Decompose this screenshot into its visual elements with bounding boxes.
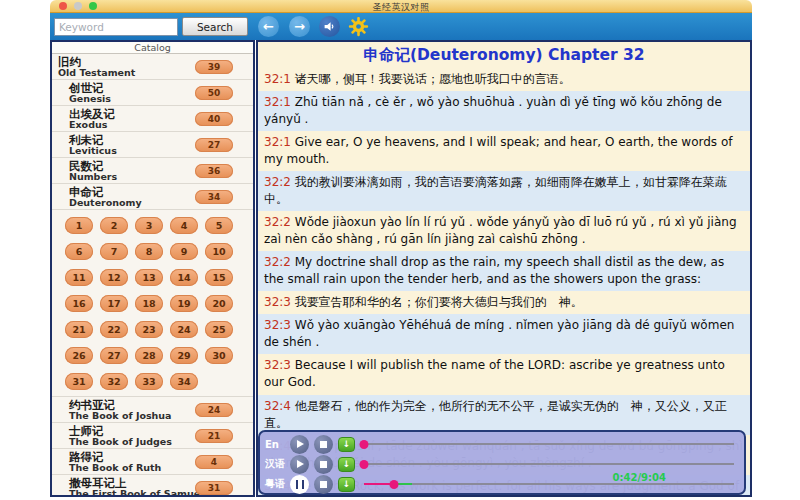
verse-ref: 32:1: [264, 95, 291, 109]
slider-thumb[interactable]: [389, 480, 398, 489]
book-name-zh: 旧约: [58, 56, 135, 68]
chapter-button[interactable]: 6: [65, 243, 93, 260]
chapter-button[interactable]: 11: [65, 269, 93, 286]
play-button[interactable]: [290, 455, 309, 474]
pause-button[interactable]: [290, 475, 309, 494]
gear-icon: [348, 16, 369, 37]
sidebar-book-item[interactable]: 士师记The Book of Judges21: [52, 423, 253, 449]
chapter-button[interactable]: 10: [205, 243, 233, 260]
player-row: 汉语↓: [260, 454, 744, 474]
sidebar-book-item[interactable]: 路得记The Book of Ruth4: [52, 449, 253, 475]
chapter-button[interactable]: 25: [205, 321, 233, 338]
chapter-button[interactable]: 23: [135, 321, 163, 338]
chapter-button[interactable]: 5: [205, 217, 233, 234]
chapter-button[interactable]: 1: [65, 217, 93, 234]
verse-row-pinyin: 32:2 Wǒde jiàoxun yào lín lí rú yǔ . wǒd…: [258, 211, 750, 251]
slider-thumb[interactable]: [360, 460, 369, 469]
book-labels: 路得记The Book of Ruth: [69, 451, 161, 473]
verse-ref: 32:3: [264, 358, 291, 372]
sidebar-book-item[interactable]: 利未记Leviticus27: [52, 132, 253, 158]
sidebar-book-item[interactable]: 申命记Deuteronomy34: [52, 184, 253, 210]
verse-ref: 32:3: [264, 295, 291, 309]
back-arrow-icon: ←: [263, 19, 274, 34]
chapter-button[interactable]: 16: [65, 295, 93, 312]
sidebar-book-item[interactable]: 出埃及记Exodus40: [52, 106, 253, 132]
seek-slider[interactable]: [364, 483, 734, 485]
chapter-button[interactable]: 7: [100, 243, 128, 260]
chapter-button[interactable]: 27: [100, 347, 128, 364]
download-button[interactable]: ↓: [338, 437, 355, 452]
stop-icon: [320, 441, 327, 448]
verse-ref: 32:2: [264, 255, 291, 269]
seek-slider[interactable]: [364, 463, 734, 465]
chapter-button[interactable]: 19: [170, 295, 198, 312]
sidebar-book-item[interactable]: 创世记Genesis50: [52, 80, 253, 106]
verse-row-zh: 32:3 我要宣告耶和华的名；你们要将大德归与我们的 神。: [258, 291, 750, 314]
stop-button[interactable]: [314, 455, 333, 474]
chapter-button[interactable]: 29: [170, 347, 198, 364]
stop-button[interactable]: [314, 435, 333, 454]
chapter-button[interactable]: 14: [170, 269, 198, 286]
book-labels: 民数记Numbers: [69, 160, 117, 182]
sidebar-book-item[interactable]: 撒母耳记上The First Book of Samuel31: [52, 475, 253, 497]
chapter-button[interactable]: 30: [205, 347, 233, 364]
player-rows: En↓汉语↓粤语↓: [260, 434, 744, 494]
chapter-button[interactable]: 9: [170, 243, 198, 260]
chapter-button[interactable]: 24: [170, 321, 198, 338]
stop-icon: [320, 461, 327, 468]
chapter-button[interactable]: 15: [205, 269, 233, 286]
verse-ref: 32:3: [264, 318, 291, 332]
catalog-header: Catalog: [52, 42, 253, 54]
chapter-count-badge: 27: [195, 138, 233, 152]
chapter-button[interactable]: 17: [100, 295, 128, 312]
player-row: En↓: [260, 434, 744, 454]
chapter-button[interactable]: 33: [135, 373, 163, 390]
chapter-button[interactable]: 28: [135, 347, 163, 364]
stop-button[interactable]: [314, 475, 333, 494]
chapter-button[interactable]: 32: [100, 373, 128, 390]
player-language-label: 粤语: [265, 477, 290, 491]
speaker-button[interactable]: [319, 16, 340, 37]
titlebar[interactable]: 圣经英汉对照: [50, 0, 752, 13]
keyword-input[interactable]: [54, 18, 178, 36]
seek-slider[interactable]: [364, 443, 734, 445]
download-button[interactable]: ↓: [338, 457, 355, 472]
forward-button[interactable]: →: [289, 16, 310, 37]
book-name-en: Genesis: [69, 94, 111, 104]
chapter-button[interactable]: 12: [100, 269, 128, 286]
download-button[interactable]: ↓: [338, 477, 355, 492]
play-button[interactable]: [290, 435, 309, 454]
book-name-en: Deuteronomy: [69, 198, 142, 208]
chapter-button[interactable]: 22: [100, 321, 128, 338]
chapter-button[interactable]: 21: [65, 321, 93, 338]
back-button[interactable]: ←: [258, 16, 279, 37]
book-name-en: Old Testament: [58, 68, 135, 78]
sidebar-book-item[interactable]: 旧约Old Testament39: [52, 54, 253, 80]
chapter-button[interactable]: 20: [205, 295, 233, 312]
chapter-button[interactable]: 4: [170, 217, 198, 234]
playback-time: 0:42/9:04: [613, 472, 666, 483]
chapter-button[interactable]: 34: [170, 373, 198, 390]
stop-icon: [320, 481, 327, 488]
book-name-zh: 创世记: [69, 82, 111, 94]
sidebar-book-item[interactable]: 约书亚记The Book of Joshua24: [52, 397, 253, 423]
chapter-button[interactable]: 3: [135, 217, 163, 234]
chapter-button[interactable]: 18: [135, 295, 163, 312]
slider-thumb[interactable]: [360, 440, 369, 449]
chapter-button[interactable]: 31: [65, 373, 93, 390]
forward-arrow-icon: →: [294, 19, 305, 34]
window-title: 圣经英汉对照: [50, 1, 752, 14]
book-name-zh: 约书亚记: [69, 399, 172, 411]
settings-button[interactable]: [347, 16, 369, 38]
chapter-button[interactable]: 13: [135, 269, 163, 286]
sidebar-book-item[interactable]: 民数记Numbers36: [52, 158, 253, 184]
chapter-button[interactable]: 2: [100, 217, 128, 234]
verse-row-pinyin: 32:1 Zhū tiān nǎ , cè ěr , wǒ yào shuōhu…: [258, 91, 750, 131]
sidebar: Catalog 旧约Old Testament39创世记Genesis50出埃及…: [50, 40, 255, 497]
chapter-count-badge: 24: [195, 403, 233, 417]
chapter-button[interactable]: 8: [135, 243, 163, 260]
player-language-label: En: [265, 439, 290, 450]
book-name-zh: 民数记: [69, 160, 117, 172]
chapter-button[interactable]: 26: [65, 347, 93, 364]
search-button[interactable]: Search: [182, 17, 248, 36]
